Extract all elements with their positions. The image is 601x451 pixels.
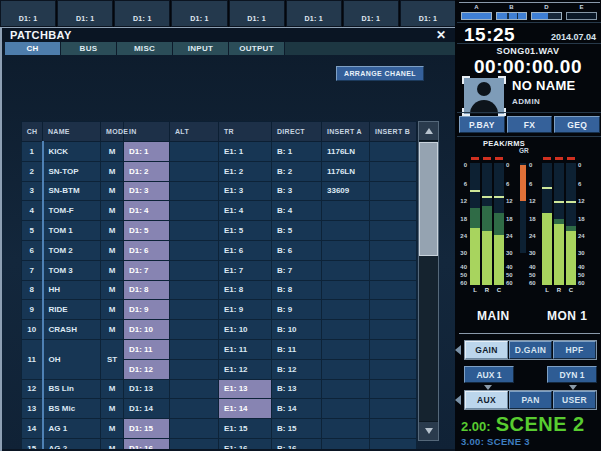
cell-name[interactable]: SN-TOP: [43, 161, 101, 181]
fx-button[interactable]: FX: [507, 116, 553, 133]
cell-insert-a[interactable]: [322, 221, 370, 241]
cell-alt[interactable]: [170, 339, 219, 359]
gain-pad[interactable]: GAIN: [465, 341, 508, 359]
pbay-button[interactable]: P.BAY: [459, 116, 505, 133]
cell-tr[interactable]: E1: 7: [219, 260, 272, 280]
tab-input[interactable]: INPUT: [173, 42, 228, 55]
cell-in[interactable]: D1: 3: [124, 181, 170, 201]
cell-mode[interactable]: M: [101, 280, 124, 300]
cell-ch[interactable]: 2: [22, 161, 43, 181]
cell-tr[interactable]: E1: 12: [219, 359, 272, 379]
cell-tr[interactable]: E1: 3: [219, 181, 272, 201]
pad-row1-arrow-icon[interactable]: [455, 345, 461, 355]
cell-alt[interactable]: [170, 399, 219, 419]
cell-in[interactable]: D1: 12: [124, 359, 170, 379]
cell-insert-a[interactable]: 1176LN: [322, 161, 370, 181]
cell-insert-a[interactable]: [322, 280, 370, 300]
cell-name[interactable]: KICK: [43, 142, 101, 162]
cell-in[interactable]: D1: 1: [124, 142, 170, 162]
cell-mode[interactable]: M: [101, 399, 124, 419]
cell-direct[interactable]: B: 10: [272, 320, 322, 340]
cell-in[interactable]: D1: 14: [124, 399, 170, 419]
cell-insert-b[interactable]: [370, 161, 417, 181]
cell-insert-b[interactable]: [370, 300, 417, 320]
cell-insert-b[interactable]: [370, 320, 417, 340]
cell-name[interactable]: RIDE: [43, 300, 101, 320]
hpf-pad[interactable]: HPF: [553, 341, 596, 359]
cell-alt[interactable]: [170, 320, 219, 340]
channel-io-box[interactable]: D1: 1: [114, 0, 170, 27]
cell-mode[interactable]: M: [101, 201, 124, 221]
cell-name[interactable]: BS Mic: [43, 399, 101, 419]
cell-name[interactable]: BS Lin: [43, 379, 101, 399]
cell-ch[interactable]: 8: [22, 280, 43, 300]
cell-alt[interactable]: [170, 221, 219, 241]
cell-ch[interactable]: 11: [22, 339, 43, 379]
cell-alt[interactable]: [170, 359, 219, 379]
pad-row2-arrow-icon[interactable]: [455, 395, 461, 405]
cell-mode[interactable]: M: [101, 300, 124, 320]
cell-direct[interactable]: B: 12: [272, 359, 322, 379]
cell-tr[interactable]: E1: 4: [219, 201, 272, 221]
cell-in[interactable]: D1: 9: [124, 300, 170, 320]
cell-name[interactable]: AG 1: [43, 419, 101, 439]
cell-mode[interactable]: M: [101, 240, 124, 260]
cell-direct[interactable]: B: 8: [272, 280, 322, 300]
cell-tr[interactable]: E1: 14: [219, 399, 272, 419]
dgain-pad[interactable]: D.GAIN: [509, 341, 552, 359]
cell-direct[interactable]: B: 5: [272, 221, 322, 241]
arrange-channel-button[interactable]: ARRANGE CHANEL: [336, 66, 424, 81]
channel-io-box[interactable]: D1: 1: [343, 0, 399, 27]
tab-misc[interactable]: MISC: [117, 42, 172, 55]
cell-direct[interactable]: B: 3: [272, 181, 322, 201]
cell-insert-b[interactable]: [370, 181, 417, 201]
tab-bus[interactable]: BUS: [61, 42, 116, 55]
cell-ch[interactable]: 4: [22, 201, 43, 221]
cell-ch[interactable]: 5: [22, 221, 43, 241]
cell-insert-a[interactable]: [322, 201, 370, 221]
tab-ch[interactable]: CH: [5, 42, 60, 55]
cell-direct[interactable]: B: 9: [272, 300, 322, 320]
cell-tr[interactable]: E1: 10: [219, 320, 272, 340]
cell-direct[interactable]: B: 2: [272, 161, 322, 181]
channel-io-box[interactable]: D1: 1: [0, 0, 56, 27]
cell-ch[interactable]: 3: [22, 181, 43, 201]
cell-alt[interactable]: [170, 201, 219, 221]
cell-in[interactable]: D1: 11: [124, 339, 170, 359]
cell-direct[interactable]: B: 13: [272, 379, 322, 399]
cell-insert-a[interactable]: 1176LN: [322, 142, 370, 162]
scroll-up-button[interactable]: [419, 122, 438, 141]
tab-output[interactable]: OUTPUT: [229, 42, 284, 55]
cell-name[interactable]: CRASH: [43, 320, 101, 340]
cell-alt[interactable]: [170, 181, 219, 201]
cell-alt[interactable]: [170, 280, 219, 300]
cell-alt[interactable]: [170, 260, 219, 280]
cell-name[interactable]: TOM 3: [43, 260, 101, 280]
pan-pad[interactable]: PAN: [509, 391, 552, 409]
cell-mode[interactable]: M: [101, 161, 124, 181]
cell-tr[interactable]: E1: 9: [219, 300, 272, 320]
channel-io-box[interactable]: D1: 1: [286, 0, 342, 27]
close-icon[interactable]: ✕: [436, 29, 446, 41]
cell-ch[interactable]: 10: [22, 320, 43, 340]
cell-insert-b[interactable]: [370, 280, 417, 300]
cell-insert-a[interactable]: [322, 399, 370, 419]
cell-in[interactable]: D1: 6: [124, 240, 170, 260]
cell-insert-b[interactable]: [370, 339, 417, 359]
cell-direct[interactable]: B: 11: [272, 339, 322, 359]
cell-insert-b[interactable]: [370, 260, 417, 280]
cell-name[interactable]: SN-BTM: [43, 181, 101, 201]
cell-insert-a[interactable]: [322, 339, 370, 359]
cell-ch[interactable]: 9: [22, 300, 43, 320]
cell-mode[interactable]: M: [101, 142, 124, 162]
cell-tr[interactable]: E1: 13: [219, 379, 272, 399]
cell-in[interactable]: D1: 5: [124, 221, 170, 241]
cell-direct[interactable]: B: 7: [272, 260, 322, 280]
cell-insert-a[interactable]: 33609: [322, 181, 370, 201]
cell-in[interactable]: D1: 4: [124, 201, 170, 221]
cell-mode[interactable]: M: [101, 221, 124, 241]
cell-tr[interactable]: E1: 15: [219, 419, 272, 439]
cell-insert-b[interactable]: [370, 201, 417, 221]
cell-in[interactable]: D1: 10: [124, 320, 170, 340]
cell-alt[interactable]: [170, 379, 219, 399]
